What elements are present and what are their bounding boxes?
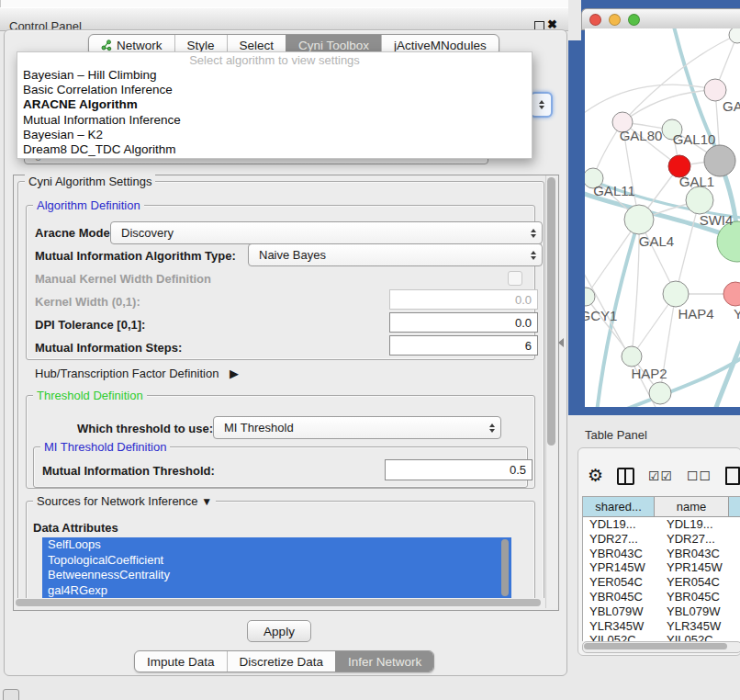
table-row[interactable]: YBL079WYBL079W <box>583 604 740 619</box>
network-icon <box>101 40 112 51</box>
focused-combobox-stepper[interactable] <box>530 92 553 118</box>
kernel-width-field[interactable]: 0.0 <box>389 289 538 310</box>
aracne-mode-combobox[interactable]: Discovery <box>110 221 543 244</box>
manual-kernel-checkbox[interactable] <box>508 271 522 286</box>
settings-vertical-scrollbar-thumb[interactable] <box>547 177 555 446</box>
table-row[interactable]: YDR27...YDR27...12 <box>583 532 740 547</box>
table-row[interactable]: YER054CYER054C8. <box>583 575 740 590</box>
attribute-item-betweennesscentrality[interactable]: BetweennessCentrality <box>42 568 511 583</box>
table-cell: YBR045C <box>583 590 660 604</box>
mi-threshold-label: Mutual Information Threshold: <box>42 464 215 478</box>
table-cell: YPR145W <box>583 560 660 575</box>
tab-infer-network[interactable]: Infer Network <box>335 651 433 672</box>
table-cell: YER054C <box>660 575 740 590</box>
checked-boxes-icon[interactable]: ☑☑ <box>648 469 673 483</box>
tab-discretize-data[interactable]: Discretize Data <box>227 651 336 672</box>
splitter-grip-icon[interactable] <box>558 338 564 347</box>
table-cell: YIL052C <box>660 633 740 641</box>
node-label-gal1: GAL1 <box>679 174 714 189</box>
gear-icon[interactable]: ⚙ <box>588 467 603 485</box>
tab-label: Infer Network <box>348 655 421 669</box>
tab-label: Style <box>187 39 215 52</box>
column-header-shared[interactable]: shared... <box>583 497 655 516</box>
table-row[interactable]: YDL19...YDL19...13 <box>583 517 740 532</box>
algorithm-dropdown-popup: Select algorithm to view settings Bayesi… <box>17 51 533 159</box>
hub-definition-label: Hub/Transcription Factor Definition <box>35 367 219 380</box>
window-top-strip <box>0 0 570 7</box>
network-node[interactable] <box>723 282 740 306</box>
network-node[interactable] <box>624 205 654 234</box>
table-cell: YDL19... <box>660 517 740 532</box>
control-panel-titlebar: Control Panel ✖ <box>0 7 569 31</box>
which-threshold-value: MI Threshold <box>224 421 488 435</box>
which-threshold-combobox[interactable]: MI Threshold <box>213 416 501 439</box>
cyni-bottom-tabbar: Impute DataDiscretize DataInfer Network <box>134 650 434 672</box>
algorithm-option-bayesian-hill-climbing[interactable]: Bayesian – Hill Climbing <box>17 68 532 83</box>
table-cell: YDR27... <box>660 532 740 547</box>
node-label-gal80: GAL80 <box>620 128 663 143</box>
node-label-y: Y <box>734 306 740 322</box>
tab-label: Select <box>240 39 275 52</box>
hub-definition-toggle[interactable]: Hub/Transcription Factor Definition ▶ <box>35 367 239 380</box>
kernel-width-label: Kernel Width (0,1): <box>35 295 140 309</box>
table-row[interactable]: YLR345WYLR345W9. <box>583 619 740 634</box>
settings-horizontal-scrollbar-thumb[interactable] <box>16 599 541 606</box>
tab-label: Impute Data <box>147 655 215 669</box>
mi-threshold-field[interactable]: 0.5 <box>385 459 533 480</box>
zoom-traffic-light[interactable] <box>628 14 640 26</box>
table-row[interactable]: YIL052CYIL052C9 <box>583 633 740 641</box>
table-row[interactable]: YPR145WYPR145W9. <box>583 560 740 575</box>
network-window-titlebar[interactable] <box>581 8 740 30</box>
minimized-panel-button[interactable] <box>3 689 19 700</box>
attribute-list-scrollbar[interactable] <box>501 539 509 596</box>
network-node[interactable] <box>686 186 713 214</box>
data-attributes-list[interactable]: SelfLoopsTopologicalCoefficientBetweenne… <box>42 537 511 598</box>
attribute-item-gal4rgexp[interactable]: gal4RGexp <box>42 583 511 599</box>
data-attributes-label: Data Attributes <box>33 521 118 535</box>
split-columns-icon[interactable] <box>617 468 634 485</box>
node-label-swi4: SWI4 <box>700 212 734 228</box>
network-node[interactable] <box>704 145 735 176</box>
mi-type-combobox[interactable]: Naive Bayes <box>248 243 543 266</box>
table-row[interactable]: YBR045CYBR045C9. <box>583 590 740 604</box>
table-cell: YBR043C <box>660 547 740 561</box>
algorithm-option-aracne-algorithm[interactable]: ARACNE Algorithm <box>17 97 532 112</box>
minimize-traffic-light[interactable] <box>609 14 621 26</box>
network-node[interactable] <box>649 382 671 404</box>
algorithm-option-mutual-information-inference[interactable]: Mutual Information Inference <box>17 113 532 128</box>
unchecked-boxes-icon[interactable]: ☐☐ <box>687 469 712 483</box>
algorithm-definition-title: Algorithm Definition <box>33 198 144 212</box>
stepper-arrows-icon <box>529 229 537 238</box>
network-canvas[interactable]: GALGAL80GAL10GAL1GAL11SWI4GAL4GCY1HAP4YH… <box>585 28 740 407</box>
column-header-2[interactable] <box>729 497 740 516</box>
attribute-item-selfloops[interactable]: SelfLoops <box>42 537 511 553</box>
mi-type-label: Mutual Information Algorithm Type: <box>35 249 236 263</box>
document-icon[interactable] <box>725 467 740 485</box>
table-toolbar: ⚙ ☑☑ ☐☐ <box>588 462 740 490</box>
algorithm-option-dream8-dc-tdc-algorithm[interactable]: Dream8 DC_TDC Algorithm <box>17 142 532 157</box>
dpi-tolerance-value: 0.0 <box>515 316 532 330</box>
tab-impute-data[interactable]: Impute Data <box>135 651 227 672</box>
attribute-item-topologicalcoefficient[interactable]: TopologicalCoefficient <box>42 553 511 569</box>
network-node[interactable] <box>622 346 642 367</box>
close-traffic-light[interactable] <box>589 14 601 26</box>
network-edge[interactable] <box>676 200 700 294</box>
apply-button[interactable]: Apply <box>247 620 311 642</box>
aracne-mode-label: Aracne Mode: <box>35 226 114 240</box>
node-label-gal11: GAL11 <box>593 183 635 198</box>
table-cell: YBR043C <box>583 547 660 561</box>
sources-group-title[interactable]: Sources for Network Inference ▼ <box>33 494 216 508</box>
mi-steps-value: 6 <box>525 339 532 353</box>
algorithm-option-bayesian-k2[interactable]: Bayesian – K2 <box>17 128 532 142</box>
cyni-settings-group-title: Cyni Algorithm Settings <box>25 175 155 188</box>
column-header-name[interactable]: name <box>655 497 729 516</box>
mi-steps-field[interactable]: 6 <box>389 335 538 356</box>
table-row[interactable]: YBR043CYBR043C <box>583 547 740 561</box>
network-node[interactable] <box>663 281 689 307</box>
table-cell: YBL079W <box>583 604 660 619</box>
algorithm-option-basic-correlation-inference[interactable]: Basic Correlation Inference <box>17 83 532 97</box>
table-horizontal-scrollbar-thumb[interactable] <box>584 643 727 649</box>
mi-threshold-value: 0.5 <box>510 463 526 477</box>
network-node[interactable] <box>729 28 740 43</box>
dpi-tolerance-field[interactable]: 0.0 <box>389 312 538 333</box>
